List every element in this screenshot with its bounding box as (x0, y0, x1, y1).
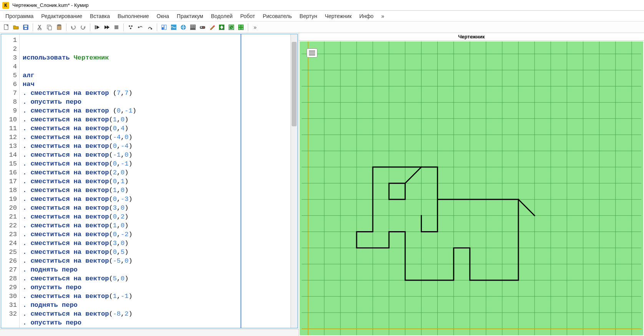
vertical-scrollbar[interactable] (290, 34, 297, 328)
toolbar-separator (248, 23, 248, 31)
code-line[interactable]: . сместиться на вектор(1,0) (23, 186, 287, 195)
menu-item-7[interactable]: Робот (237, 12, 258, 21)
code-line[interactable]: . сместиться на вектор(-5,0) (23, 257, 287, 265)
step-out-icon[interactable] (146, 23, 154, 31)
menu-item-5[interactable]: Практикум (174, 12, 206, 21)
menu-item-10[interactable]: Чертежник (322, 12, 355, 21)
window-title: Чертежник_Слоник.kum* - Кумир (12, 2, 88, 8)
copy-icon[interactable] (45, 23, 54, 31)
code-line[interactable]: . поднять перо (23, 265, 287, 274)
menu-bar: ПрограммаРедактированиеВставкаВыполнение… (0, 11, 644, 22)
svg-rect-9 (58, 25, 60, 26)
svg-rect-27 (192, 26, 193, 28)
open-file-icon[interactable] (12, 23, 20, 31)
step-into-icon[interactable] (126, 23, 135, 31)
menu-item-9[interactable]: Вертун (297, 12, 320, 21)
svg-point-15 (138, 26, 139, 28)
menu-item-0[interactable]: Программа (2, 12, 37, 21)
code-line[interactable]: использовать Чертежник (23, 53, 287, 62)
code-line[interactable]: . сместиться на вектор(0,4) (23, 124, 287, 133)
scrollbar-thumb[interactable] (292, 42, 297, 126)
code-line[interactable]: . опустить перо (23, 318, 287, 327)
line-number-gutter: 1234567891011121314151617181920212223242… (1, 34, 20, 328)
code-line[interactable]: . сместиться на вектор(3,0) (23, 239, 287, 248)
drawing-canvas[interactable] (300, 41, 643, 335)
code-line[interactable]: . опустить перо (23, 98, 287, 106)
canvas-svg (300, 41, 643, 335)
actor-vodoley-icon[interactable] (160, 23, 168, 31)
toolbar: » (0, 22, 644, 33)
code-line[interactable] (23, 62, 287, 71)
code-line[interactable]: . сместиться на вектор(1,0) (23, 115, 287, 124)
svg-point-30 (203, 26, 204, 28)
code-line[interactable]: . сместиться на вектор(1,0) (23, 221, 287, 230)
code-line[interactable]: . сместиться на вектор (7,7) (23, 89, 287, 98)
code-line[interactable]: . сместиться на вектор(0,-1) (23, 159, 287, 168)
code-line[interactable]: . сместиться на вектор(-1,0) (23, 151, 287, 159)
code-line[interactable]: . сместиться на вектор(-4,0) (23, 133, 287, 142)
run-icon[interactable] (93, 23, 101, 31)
code-line[interactable]: . сместиться на вектор(5,0) (23, 274, 287, 283)
actor-globe-icon[interactable] (179, 23, 188, 31)
menu-item-1[interactable]: Редактирование (38, 12, 85, 21)
toolbar-overflow[interactable]: » (251, 23, 259, 31)
stop-icon[interactable] (112, 23, 121, 31)
canvas-menu-icon[interactable] (307, 48, 317, 58)
code-line[interactable]: нач (23, 80, 287, 89)
code-line[interactable]: . сместиться на вектор(0,-2) (23, 230, 287, 239)
save-file-icon[interactable] (22, 23, 30, 31)
menu-item-2[interactable]: Вставка (87, 12, 113, 21)
editor-status-bar (0, 329, 299, 336)
new-file-icon[interactable] (2, 23, 11, 31)
toolbar-separator (157, 23, 157, 31)
svg-rect-3 (25, 28, 27, 29)
editor-split-divider[interactable] (241, 34, 241, 328)
code-line[interactable]: . сместиться на вектор(0,5) (23, 248, 287, 257)
cut-icon[interactable] (36, 23, 44, 31)
svg-point-16 (151, 28, 152, 30)
menu-item-11[interactable]: Инфо (356, 12, 377, 21)
code-line[interactable]: алг (23, 71, 287, 80)
code-line[interactable]: . сместиться на вектор(3,0) (23, 204, 287, 212)
code-line[interactable]: . опустить перо (23, 283, 287, 292)
code-line[interactable]: . сместиться на вектор(1,-1) (23, 292, 287, 301)
svg-rect-41 (241, 28, 243, 30)
code-line[interactable]: . сместиться на вектор(2,0) (23, 168, 287, 177)
menu-item-8[interactable]: Рисователь (260, 12, 295, 21)
code-line[interactable]: . сместиться на вектор(0,2) (23, 212, 287, 221)
toolbar-separator (90, 23, 90, 31)
code-line[interactable]: . сместиться на вектор(0,-1) (23, 327, 287, 328)
actor-wave-icon[interactable] (169, 23, 178, 31)
editor-pane: 1234567891011121314151617181920212223242… (0, 33, 299, 336)
menu-item-3[interactable]: Выполнение (115, 12, 152, 21)
svg-rect-25 (194, 25, 195, 26)
code-line[interactable]: . сместиться на вектор(0,-4) (23, 142, 287, 151)
code-line[interactable]: . сместиться на вектор(0,1) (23, 177, 287, 186)
run-step-icon[interactable] (103, 23, 111, 31)
code-text[interactable]: использовать Чертежник алгнач. сместитьс… (20, 34, 290, 328)
code-line[interactable]: . поднять перо (23, 301, 287, 310)
code-editor[interactable]: 1234567891011121314151617181920212223242… (1, 34, 298, 328)
paste-icon[interactable] (55, 23, 63, 31)
undo-icon[interactable] (69, 23, 78, 31)
svg-rect-2 (24, 25, 27, 27)
svg-rect-39 (241, 25, 243, 27)
svg-point-12 (129, 25, 130, 27)
actor-drafter-icon[interactable] (227, 23, 236, 31)
actor-painter-icon[interactable] (208, 23, 216, 31)
svg-point-33 (213, 25, 215, 27)
actor-robot-icon[interactable] (189, 23, 197, 31)
menu-item-6[interactable]: Водолей (208, 12, 236, 21)
toolbar-separator (33, 23, 33, 31)
redo-icon[interactable] (79, 23, 87, 31)
code-line[interactable]: . сместиться на вектор(-8,2) (23, 310, 287, 318)
actor-gamepad-icon[interactable] (198, 23, 207, 31)
svg-rect-19 (162, 27, 164, 30)
menu-item-4[interactable]: Окна (154, 12, 173, 21)
actor-grid-icon[interactable] (237, 23, 245, 31)
code-line[interactable]: . сместиться на вектор (0,-1) (23, 106, 287, 115)
menu-item-12[interactable]: » (378, 12, 387, 21)
step-over-icon[interactable] (136, 23, 144, 31)
code-line[interactable]: . сместиться на вектор(0,-3) (23, 195, 287, 204)
actor-turtle-icon[interactable] (217, 23, 226, 31)
